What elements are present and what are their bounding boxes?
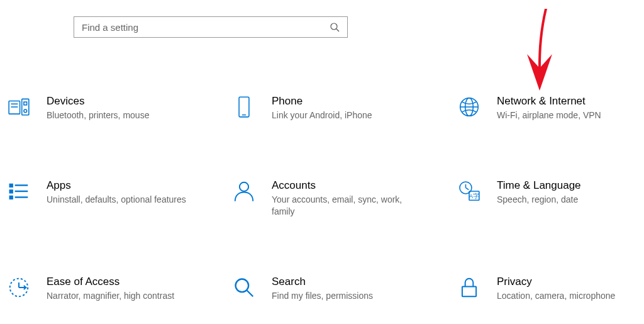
tile-privacy[interactable]: Privacy Location, camera, microphone (457, 275, 638, 303)
tile-title: Time & Language (497, 179, 638, 193)
tile-phone[interactable]: Phone Link your Android, iPhone (231, 94, 413, 122)
svg-point-0 (331, 23, 337, 30)
svg-point-7 (24, 109, 27, 113)
tile-title: Network & Internet (497, 94, 638, 108)
svg-rect-15 (10, 190, 13, 193)
svg-rect-6 (24, 102, 27, 105)
tile-title: Apps (47, 179, 187, 193)
person-icon (231, 179, 257, 204)
svg-line-1 (336, 29, 339, 31)
tile-desc: Wi-Fi, airplane mode, VPN (497, 109, 638, 122)
globe-icon (457, 94, 482, 120)
tile-title: Devices (47, 94, 187, 108)
tile-search[interactable]: Search Find my files, permissions (231, 275, 413, 303)
tile-text: Apps Uninstall, defaults, optional featu… (47, 179, 187, 206)
tile-title: Privacy (497, 275, 638, 289)
magnifier-icon (231, 275, 257, 300)
tile-text: Accounts Your accounts, email, sync, wor… (272, 179, 413, 218)
tile-desc: Find my files, permissions (272, 290, 413, 303)
tile-network[interactable]: Network & Internet Wi-Fi, airplane mode,… (457, 94, 638, 122)
svg-line-22 (465, 187, 469, 189)
tile-title: Accounts (272, 179, 413, 193)
svg-point-27 (236, 279, 249, 293)
svg-point-19 (240, 182, 248, 191)
search-container (74, 16, 348, 38)
tile-desc: Uninstall, defaults, optional features (47, 194, 187, 206)
tile-text: Time & Language Speech, region, date (497, 179, 638, 206)
tile-title: Phone (272, 94, 413, 108)
tile-time-language[interactable]: A字 Time & Language Speech, region, date (457, 179, 638, 218)
tile-devices[interactable]: Devices Bluetooth, printers, mouse (6, 94, 187, 122)
phone-icon (231, 94, 257, 120)
svg-rect-17 (10, 196, 13, 199)
tile-text: Network & Internet Wi-Fi, airplane mode,… (497, 94, 638, 122)
settings-grid: Devices Bluetooth, printers, mouse Phone… (6, 94, 638, 303)
svg-point-20 (460, 182, 472, 194)
search-box[interactable] (74, 16, 348, 38)
tile-text: Devices Bluetooth, printers, mouse (47, 94, 187, 122)
tile-desc: Your accounts, email, sync, work, family (272, 194, 413, 218)
tile-text: Ease of Access Narrator, magnifier, high… (47, 275, 187, 303)
devices-icon (6, 94, 31, 120)
tile-text: Search Find my files, permissions (272, 275, 413, 303)
tile-title: Search (272, 275, 413, 289)
svg-rect-13 (10, 184, 13, 187)
search-input[interactable] (82, 22, 330, 33)
tile-text: Privacy Location, camera, microphone (497, 275, 638, 303)
tile-desc: Link your Android, iPhone (272, 109, 413, 122)
time-language-icon: A字 (457, 179, 482, 204)
svg-rect-8 (239, 97, 249, 117)
tile-desc: Bluetooth, printers, mouse (47, 109, 187, 122)
tile-accounts[interactable]: Accounts Your accounts, email, sync, wor… (231, 179, 413, 218)
svg-rect-29 (462, 286, 476, 296)
tile-apps[interactable]: Apps Uninstall, defaults, optional featu… (6, 179, 187, 218)
lock-icon (457, 275, 482, 300)
tile-title: Ease of Access (47, 275, 187, 289)
tile-desc: Location, camera, microphone (497, 290, 638, 303)
ease-of-access-icon (6, 275, 31, 300)
tile-desc: Narrator, magnifier, high contrast (47, 290, 187, 303)
annotation-arrow (521, 5, 558, 93)
apps-icon (6, 179, 31, 204)
search-icon (330, 22, 340, 32)
svg-line-28 (247, 291, 253, 297)
tile-ease-of-access[interactable]: Ease of Access Narrator, magnifier, high… (6, 275, 187, 303)
tile-text: Phone Link your Android, iPhone (272, 94, 413, 122)
svg-text:A字: A字 (469, 193, 479, 199)
tile-desc: Speech, region, date (497, 194, 638, 206)
